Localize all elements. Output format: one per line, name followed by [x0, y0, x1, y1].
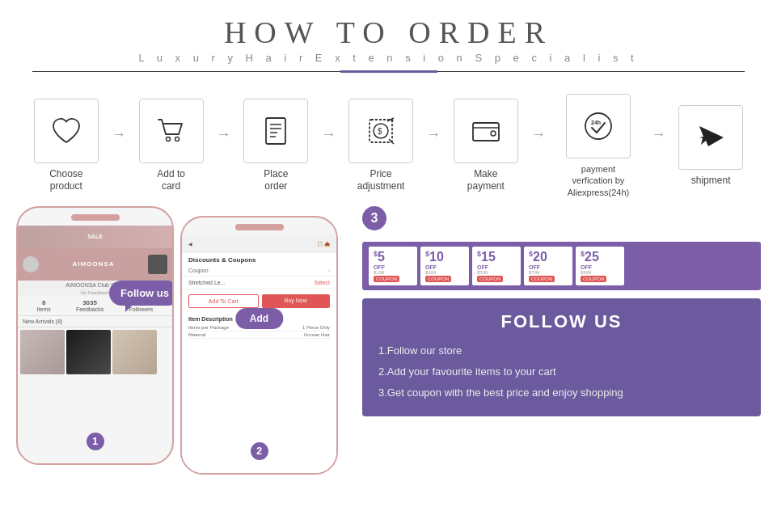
phones-area: SALE AIMOONSA AIMOONSA Club Store No Fee… — [0, 206, 338, 481]
svg-text:24h: 24h — [591, 120, 601, 125]
arrow-2: → — [213, 126, 234, 143]
phone1-header-bar: SALE — [18, 226, 172, 248]
step-price-adjustment: $ Priceadjustment — [339, 99, 423, 193]
phone-1: SALE AIMOONSA AIMOONSA Club Store No Fee… — [16, 206, 174, 465]
phone1-product-1 — [20, 330, 65, 374]
coupon-btn-3[interactable]: COUPON — [477, 276, 503, 282]
phone1-content: SALE AIMOONSA AIMOONSA Club Store No Fee… — [18, 226, 172, 463]
svg-point-14 — [585, 113, 611, 139]
step-icon-box-cart — [139, 99, 204, 163]
phone2-desc-row-2: Material Human Hair — [188, 331, 330, 339]
right-panel: 3 $5 OFF $199 COUPON $10 OFF $399 COUPON… — [338, 206, 777, 481]
step-add-to-cart: Add tocard — [129, 99, 213, 193]
phone1-stat-items: 8 Items — [37, 299, 51, 312]
cart-icon — [154, 113, 189, 149]
add-bubble: Add — [235, 308, 283, 329]
plane-icon — [693, 120, 728, 155]
arrow-5: → — [528, 126, 549, 143]
arrow-4: → — [423, 126, 444, 143]
coupon-btn-4[interactable]: COUPON — [529, 276, 555, 282]
coupon-btn-5[interactable]: COUPON — [581, 276, 606, 282]
coupon-btn-1[interactable]: COUPON — [374, 276, 399, 282]
verify-icon: 24h — [581, 108, 616, 144]
heart-icon — [49, 113, 84, 149]
phone1-logo: AIMOONSA — [73, 260, 115, 268]
phone1-stat-feedbacks: 3035 Feedbacks — [76, 299, 103, 312]
coupon-item-1: $5 OFF $199 COUPON — [369, 247, 417, 285]
price-icon: $ — [363, 113, 399, 149]
step-icon-box-price: $ — [348, 99, 413, 163]
phone1-sale-text: SALE — [87, 234, 103, 239]
phone2-section-title: Discounts & Coupons — [182, 253, 336, 265]
phone1-product-2 — [66, 330, 111, 374]
phone-2: ◀ 📋 📤 Discounts & Coupons Coupon › Stret… — [180, 216, 338, 475]
bottom-section: SALE AIMOONSA AIMOONSA Club Store No Fee… — [0, 206, 777, 481]
svg-point-13 — [491, 131, 496, 136]
step-label-add-to-cart: Add tocard — [157, 168, 185, 193]
divider-accent — [340, 70, 437, 73]
follow-panel-list: 1.Follow our store 2.Add your favourite … — [378, 340, 745, 403]
divider-right — [437, 71, 745, 72]
phone2-badge: 2 — [251, 442, 268, 460]
step-icon-box-verify: 24h — [566, 94, 631, 158]
phone1-new-arrivals: New Arrivals (8) — [18, 316, 172, 327]
phone2-item-label: Stretched Le... — [188, 280, 226, 285]
phone2-coupon-label: Coupon — [188, 268, 209, 273]
steps-row: Chooseproduct → Add tocard → Placeorder … — [0, 78, 777, 206]
step-choose-product: Chooseproduct — [24, 99, 108, 193]
phone2-content: ◀ 📋 📤 Discounts & Coupons Coupon › Stret… — [182, 235, 336, 473]
svg-point-0 — [166, 137, 170, 141]
coupon-item-4: $20 OFF $799 COUPON — [524, 247, 572, 285]
step-label-make-payment: Makepayment — [467, 168, 505, 193]
step-label-payment-verification: paymentverfication byAliexpress(24h) — [568, 163, 629, 198]
follow-item-2: 2.Add your favourite items to your cart — [378, 361, 745, 382]
arrow-1: → — [108, 126, 129, 143]
step3-badge: 3 — [362, 206, 386, 230]
arrow-6: → — [648, 126, 669, 143]
coupon-item-3: $15 OFF $599 COUPON — [472, 247, 521, 285]
coupon-strip: $5 OFF $199 COUPON $10 OFF $399 COUPON $… — [362, 242, 761, 290]
step-label-place-order: Placeorder — [264, 168, 288, 193]
follow-item-1: 1.Follow our store — [378, 340, 745, 361]
step-place-order: Placeorder — [234, 99, 318, 193]
phone2-notch — [235, 224, 284, 230]
phone1-badge: 1 — [87, 433, 104, 450]
svg-rect-2 — [266, 118, 285, 144]
receipt-icon — [258, 113, 293, 149]
phone2-coupon-row: Coupon › — [182, 265, 336, 277]
follow-panel: FOLLOW US 1.Follow our store 2.Add your … — [362, 298, 761, 416]
step-label-choose-product: Chooseproduct — [49, 168, 82, 193]
page-subtitle: L u x u r y H a i r E x t e n s i o n S … — [0, 52, 777, 64]
follow-panel-title: FOLLOW US — [378, 311, 745, 332]
phone2-select-label: Select — [315, 280, 330, 285]
header-section: HOW TO ORDER L u x u r y H a i r E x t e… — [0, 0, 777, 78]
follow-item-3: 3.Get coupon with the best price and enj… — [378, 382, 745, 403]
phone2-buy-now-btn[interactable]: Buy Now — [262, 294, 331, 308]
step-icon-box-heart — [34, 99, 99, 163]
phone2-item-row: Stretched Le... Select — [182, 277, 336, 289]
step-icon-box-plane — [678, 105, 743, 170]
step-make-payment: Makepayment — [444, 99, 528, 193]
divider-left — [32, 71, 340, 72]
step-icon-box-receipt — [243, 99, 308, 163]
coupon-item-5: $25 OFF $999 COUPON — [576, 247, 624, 285]
follow-bubble: Follow us — [109, 281, 174, 306]
header-divider — [32, 70, 745, 73]
wallet-icon — [468, 113, 504, 149]
phone1-product-3 — [112, 330, 157, 374]
page-title: HOW TO ORDER — [0, 15, 777, 50]
step-label-price-adjustment: Priceadjustment — [357, 168, 405, 193]
svg-text:$: $ — [378, 127, 382, 136]
phone1-products — [18, 327, 172, 377]
step-shipment: shipment — [669, 105, 753, 188]
arrow-3: → — [318, 126, 339, 143]
step-label-shipment: shipment — [691, 175, 731, 188]
step-payment-verification: 24h paymentverfication byAliexpress(24h) — [549, 94, 648, 198]
coupon-item-2: $10 OFF $399 COUPON — [420, 247, 469, 285]
step-icon-box-wallet — [454, 99, 518, 163]
svg-line-11 — [389, 139, 394, 144]
svg-point-1 — [175, 137, 179, 141]
phone2-add-to-cart-btn[interactable]: Add To Cart — [188, 294, 259, 308]
phone1-notch — [71, 214, 120, 221]
coupon-btn-2[interactable]: COUPON — [425, 276, 451, 282]
